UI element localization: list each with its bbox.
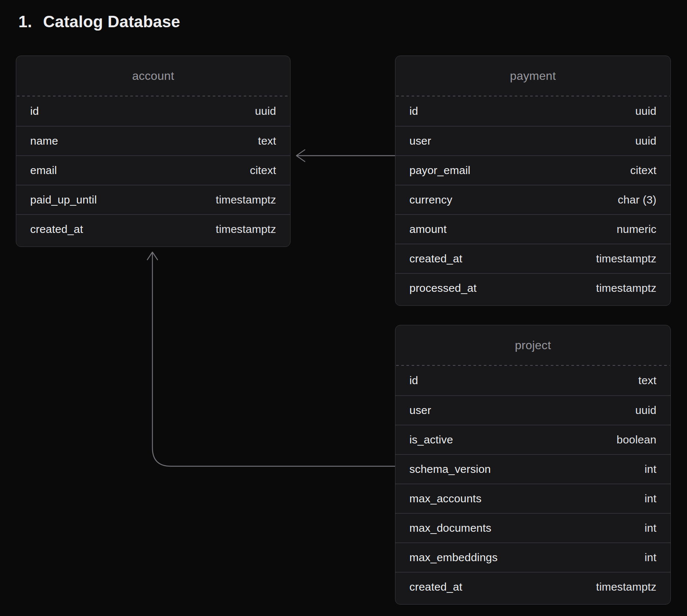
field-name: paid_up_until [30, 194, 97, 206]
field-name: created_at [409, 581, 462, 593]
field-name: is_active [409, 433, 453, 446]
field-name: payor_email [409, 164, 471, 177]
field-type: citext [250, 164, 276, 177]
field-name: processed_at [409, 282, 477, 294]
field-row: emailcitext [16, 155, 290, 185]
field-name: schema_version [409, 463, 491, 475]
field-name: amount [409, 223, 447, 236]
table-name: project [395, 325, 670, 365]
field-type: int [645, 492, 656, 505]
field-row: iduuid [395, 96, 670, 126]
field-list: iduuidnametextemailcitextpaid_up_untilti… [16, 96, 290, 247]
page-title: 1. Catalog Database [18, 13, 180, 31]
field-row: created_attimestamptz [16, 214, 290, 244]
field-name: currency [409, 194, 452, 206]
field-name: id [409, 105, 418, 117]
field-row: created_attimestamptz [395, 572, 670, 601]
diagram-canvas: 1. Catalog Database account iduuidnamete… [0, 0, 687, 616]
field-name: created_at [30, 223, 83, 236]
field-row: amountnumeric [395, 214, 670, 244]
field-row: max_documentsint [395, 513, 670, 542]
field-name: id [30, 105, 39, 117]
field-row: max_embeddingsint [395, 542, 670, 572]
field-row: useruuid [395, 395, 670, 425]
field-row: idtext [395, 366, 670, 395]
field-type: text [638, 374, 656, 387]
field-name: email [30, 164, 57, 177]
field-name: name [30, 135, 58, 147]
field-row: nametext [16, 126, 290, 155]
field-list: iduuiduseruuidpayor_emailcitextcurrencyc… [395, 96, 670, 305]
field-type: int [645, 463, 656, 475]
field-type: uuid [635, 135, 656, 147]
field-type: uuid [635, 105, 656, 117]
field-type: citext [630, 164, 656, 177]
field-row: currencychar (3) [395, 185, 670, 214]
field-type: int [645, 551, 656, 564]
field-row: schema_versionint [395, 454, 670, 484]
field-type: timestamptz [596, 252, 656, 265]
field-type: int [645, 522, 656, 534]
field-row: payor_emailcitext [395, 155, 670, 185]
field-row: is_activeboolean [395, 425, 670, 454]
field-name: max_embeddings [409, 551, 498, 564]
field-type: timestamptz [596, 282, 656, 294]
field-list: idtextuseruuidis_activebooleanschema_ver… [395, 366, 670, 604]
field-name: user [409, 135, 431, 147]
field-type: timestamptz [216, 194, 276, 206]
table-card-payment[interactable]: payment iduuiduseruuidpayor_emailcitextc… [395, 56, 671, 306]
arrow-project-to-account [147, 252, 395, 466]
field-row: max_accountsint [395, 484, 670, 513]
field-type: timestamptz [596, 581, 656, 593]
field-row: iduuid [16, 96, 290, 126]
table-name: account [16, 56, 290, 96]
field-type: text [258, 135, 276, 147]
field-row: useruuid [395, 126, 670, 155]
field-row: processed_attimestamptz [395, 273, 670, 302]
field-type: char (3) [618, 194, 656, 206]
arrow-payment-to-account [296, 150, 395, 162]
table-name: payment [395, 56, 670, 96]
connector-line [152, 253, 395, 466]
title-number: 1. [18, 13, 32, 31]
field-type: uuid [255, 105, 276, 117]
field-type: numeric [617, 223, 656, 236]
field-type: uuid [635, 404, 656, 417]
table-card-project[interactable]: project idtextuseruuidis_activebooleansc… [395, 325, 671, 605]
field-row: created_attimestamptz [395, 244, 670, 273]
field-row: paid_up_untiltimestamptz [16, 185, 290, 214]
arrowhead-up-icon [147, 252, 158, 260]
field-name: created_at [409, 252, 462, 265]
field-name: id [409, 374, 418, 387]
field-name: user [409, 404, 431, 417]
arrowhead-left-icon [296, 150, 305, 162]
field-type: timestamptz [216, 223, 276, 236]
field-name: max_accounts [409, 492, 482, 505]
table-card-account[interactable]: account iduuidnametextemailcitextpaid_up… [16, 56, 290, 247]
title-text: Catalog Database [43, 13, 180, 31]
field-type: boolean [617, 433, 656, 446]
field-name: max_documents [409, 522, 492, 534]
